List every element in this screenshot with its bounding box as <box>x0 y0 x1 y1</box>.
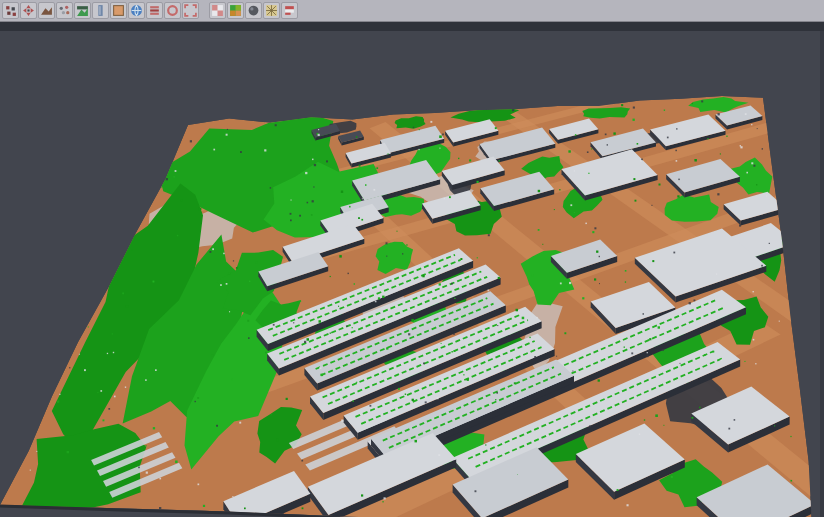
sphere-render-mode-icon <box>247 4 260 17</box>
toolbar-button-point-select-tool[interactable] <box>2 2 19 19</box>
toolbar-button-classification-colors[interactable] <box>227 2 244 19</box>
grid-display-icon <box>211 4 224 17</box>
toolbar-button-ortho-image-view[interactable] <box>110 2 127 19</box>
layers-panel-icon <box>148 4 161 17</box>
select-circle-tool-icon <box>166 4 179 17</box>
classification-colors-icon <box>229 4 242 17</box>
point-cloud-scene[interactable] <box>0 31 824 517</box>
toolbar-button-terrain-shade-view[interactable] <box>38 2 55 19</box>
intensity-grid-icon <box>265 4 278 17</box>
point-cloud-layers <box>0 31 824 517</box>
3d-viewport[interactable] <box>0 31 824 517</box>
toolbar-button-globe-view[interactable] <box>128 2 145 19</box>
profile-view-icon <box>94 4 107 17</box>
point-density-view-icon <box>58 4 71 17</box>
toolbar-button-grid-display[interactable] <box>209 2 226 19</box>
toolbar-button-point-density-view[interactable] <box>56 2 73 19</box>
toolbar-button-intensity-grid[interactable] <box>263 2 280 19</box>
toolbar-button-select-circle-tool[interactable] <box>164 2 181 19</box>
toolbar-button-zoom-extents[interactable] <box>182 2 199 19</box>
terrain-shade-view-icon <box>40 4 53 17</box>
toolbar-button-pan-tool[interactable] <box>20 2 37 19</box>
flag-tool-icon <box>283 4 296 17</box>
toolbar-button-layers-panel[interactable] <box>146 2 163 19</box>
zoom-extents-icon <box>184 4 197 17</box>
toolbar-button-sphere-render-mode[interactable] <box>245 2 262 19</box>
toolbar-shadow-band <box>0 22 824 31</box>
pan-tool-icon <box>22 4 35 17</box>
toolbar-button-flag-tool[interactable] <box>281 2 298 19</box>
toolbar <box>0 0 824 22</box>
point-select-tool-icon <box>4 4 17 17</box>
toolbar-button-profile-view[interactable] <box>92 2 109 19</box>
viewport-right-edge <box>820 31 824 517</box>
surface-model-view-icon <box>76 4 89 17</box>
toolbar-button-surface-model-view[interactable] <box>74 2 91 19</box>
globe-view-icon <box>130 4 143 17</box>
ortho-image-view-icon <box>112 4 125 17</box>
